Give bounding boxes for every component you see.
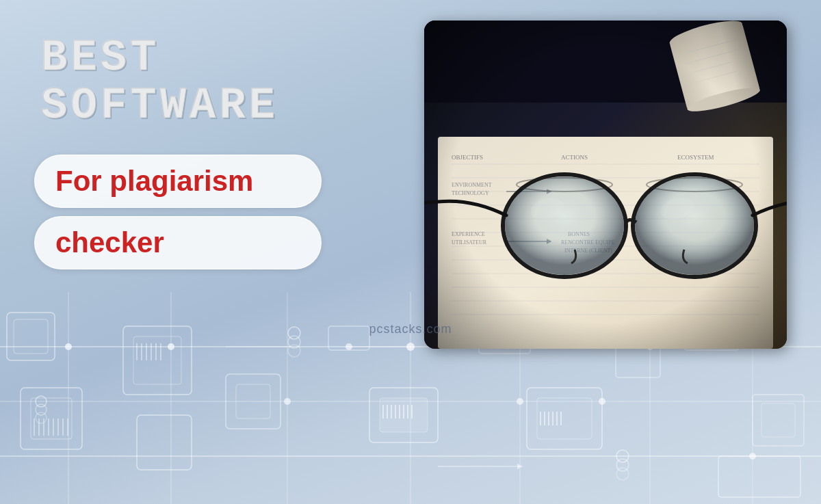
svg-rect-30 bbox=[718, 456, 800, 497]
page-title: BEST SOFTWARE bbox=[34, 34, 397, 131]
badge-container: For plagiarism checker bbox=[34, 155, 397, 269]
watermark: pcstacks.com bbox=[369, 322, 452, 336]
svg-point-35 bbox=[517, 398, 523, 405]
photo-frame: OBJECTIFS ACTIONS ECOSYSTEM ENVIRONMENT … bbox=[424, 21, 787, 349]
right-section: OBJECTIFS ACTIONS ECOSYSTEM ENVIRONMENT … bbox=[424, 21, 787, 349]
photo-illustration: OBJECTIFS ACTIONS ECOSYSTEM ENVIRONMENT … bbox=[424, 21, 787, 349]
svg-point-37 bbox=[749, 453, 756, 460]
svg-point-33 bbox=[284, 398, 291, 405]
svg-point-48 bbox=[616, 468, 629, 480]
svg-rect-13 bbox=[31, 398, 72, 439]
svg-rect-28 bbox=[753, 395, 804, 446]
svg-rect-123 bbox=[424, 21, 787, 349]
badge-text-plagiarism: For plagiarism bbox=[55, 165, 253, 198]
badge-text-checker: checker bbox=[55, 226, 164, 259]
svg-point-42 bbox=[36, 412, 47, 423]
svg-rect-29 bbox=[761, 403, 795, 437]
svg-rect-24 bbox=[527, 388, 602, 449]
main-content: BEST SOFTWARE For plagiarism checker bbox=[0, 0, 821, 349]
badge-plagiarism: For plagiarism bbox=[34, 155, 322, 208]
svg-point-39 bbox=[599, 398, 605, 405]
badge-checker: checker bbox=[34, 216, 322, 269]
left-section: BEST SOFTWARE For plagiarism checker bbox=[34, 27, 397, 269]
svg-rect-12 bbox=[21, 388, 82, 449]
svg-rect-16 bbox=[137, 415, 192, 470]
